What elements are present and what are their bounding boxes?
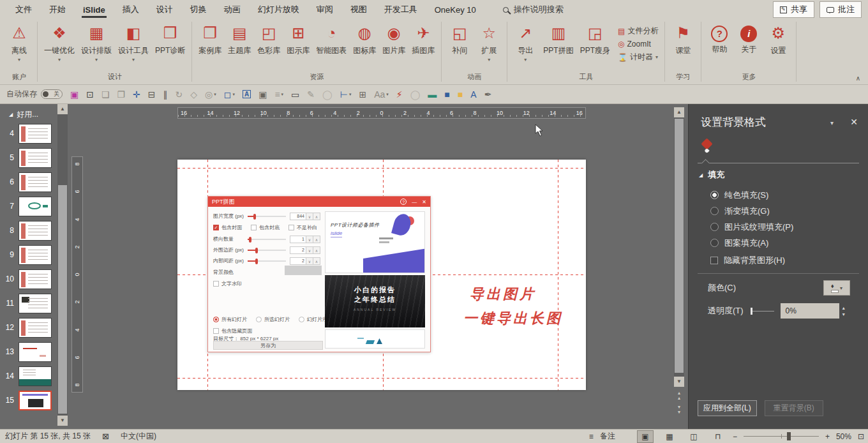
qat-highlight-green-icon[interactable]: ▬	[428, 89, 437, 100]
qat-line-spacing-icon[interactable]: ≡▾	[274, 89, 283, 100]
menu-tab-文件[interactable]: 文件	[15, 0, 32, 19]
menu-tab-设计[interactable]: 设计	[156, 0, 173, 19]
ribbon-button-图标库[interactable]: ◍图标库	[350, 22, 378, 57]
slide-thumbnail-8[interactable]	[19, 221, 52, 241]
ribbon-button-补间[interactable]: ◱补间	[445, 22, 474, 57]
canvas-scroll-thumb[interactable]	[675, 119, 684, 373]
qat-magic-wand-icon[interactable]: ⚡	[396, 89, 403, 100]
ribbon-button-设置[interactable]: ⚙设置	[764, 22, 792, 57]
comments-button[interactable]: 批注	[819, 1, 862, 18]
qat-align-center-icon[interactable]: ⊟	[148, 89, 156, 100]
menu-tab-OneKey 10[interactable]: OneKey 10	[435, 0, 476, 19]
ribbon-button-PPT瘦身[interactable]: ◲PPT瘦身	[578, 22, 613, 57]
qat-change-case-icon[interactable]: Aa▾	[374, 89, 389, 100]
ribbon-button-案例库[interactable]: ❐案例库	[196, 22, 224, 57]
spellcheck-icon[interactable]: ⊠	[102, 432, 109, 441]
fill-option-图片或纹理填充(P)[interactable]: 图片或纹理填充(P)	[710, 219, 793, 235]
menu-tab-切换[interactable]: 切换	[190, 0, 207, 19]
ribbon-button-扩展[interactable]: ☆扩展▾	[475, 22, 503, 64]
slide-sorter-view-button[interactable]: ▦	[661, 430, 678, 443]
menu-tab-幻灯片放映[interactable]: 幻灯片放映	[258, 0, 299, 19]
qat-fill-blue-icon[interactable]: ■	[444, 89, 449, 100]
fill-option-图案填充(A)[interactable]: 图案填充(A)	[710, 235, 793, 251]
qat-format-painter-icon[interactable]: ◇	[190, 89, 197, 100]
ribbon-button-PPT诊断[interactable]: ❒PPT诊断	[153, 22, 188, 57]
qat-align-objects-icon[interactable]: ⊢▾	[340, 89, 352, 100]
fill-option-渐变填充(G)[interactable]: 渐变填充(G)	[710, 203, 793, 219]
transparency-spinner[interactable]: ▲▼	[839, 303, 848, 319]
qat-shape-outline-icon[interactable]: ◯	[322, 89, 333, 100]
fill-section-header[interactable]: ◢ 填充	[699, 169, 724, 181]
thumbs-scroll-down[interactable]: ▼	[57, 416, 68, 426]
qat-save-icon[interactable]: ▣	[70, 89, 79, 100]
normal-view-button[interactable]: ▣	[637, 430, 654, 443]
zoom-out-button[interactable]: −	[733, 432, 737, 441]
slideshow-view-button[interactable]: ⊓	[710, 430, 726, 443]
menu-tab-开发工具[interactable]: 开发工具	[384, 0, 417, 19]
notes-button[interactable]: 备注	[600, 431, 615, 442]
qat-insert-picture-icon[interactable]: ▣	[258, 89, 267, 100]
menu-tab-插入[interactable]: 插入	[123, 0, 139, 19]
qat-insert-shape-icon[interactable]: ◻▾	[224, 89, 235, 100]
slide-thumbnail-12[interactable]	[19, 318, 52, 338]
qat-merge-shapes-icon[interactable]: ◎▾	[205, 89, 216, 100]
qat-fill-yellow-icon[interactable]: ■	[458, 89, 463, 100]
ribbon-button-主题库[interactable]: ▤主题库	[225, 22, 253, 57]
hide-background-checkbox[interactable]: 隐藏背景图形(H)	[710, 252, 785, 268]
slide-canvas[interactable]: PPT拼图 ? — ✕ 图片宽度 (px) 844 ∨ ∧ ✓包含封面包含封底不…	[177, 160, 586, 390]
ribbon-button-导出[interactable]: ↗导出▾	[511, 22, 539, 64]
zoom-slider[interactable]	[744, 436, 819, 437]
ribbon-button-ZoomIt[interactable]: ◎ZoomIt	[618, 40, 658, 49]
menu-tab-视图[interactable]: 视图	[350, 0, 367, 19]
slide-thumbnail-4[interactable]	[19, 124, 52, 144]
qat-distribute-icon[interactable]: ∥	[163, 89, 168, 100]
slide-thumbnail-7[interactable]	[19, 197, 52, 216]
slide-thumbnail-10[interactable]	[19, 269, 52, 289]
qat-rotate-icon[interactable]: ↻	[176, 89, 183, 100]
reading-view-button[interactable]: ◫	[685, 430, 702, 443]
red-annotation-text[interactable]: 导出图片 一键导出长图	[463, 282, 563, 331]
ribbon-button-设计排版[interactable]: ▦设计排版▾	[79, 22, 114, 64]
ppt-puzzle-dialog-image[interactable]: PPT拼图 ? — ✕ 图片宽度 (px) 844 ∨ ∧ ✓包含封面包含封底不…	[207, 196, 431, 352]
ribbon-button-一键优化[interactable]: ❖一键优化▾	[41, 22, 77, 64]
menu-tab-动画[interactable]: 动画	[224, 0, 241, 19]
qat-move-object-icon[interactable]: ✛	[133, 89, 140, 100]
ribbon-button-计时器[interactable]: ⌛计时器▾	[618, 52, 658, 63]
qat-text-box-icon[interactable]: A	[243, 90, 251, 98]
ribbon-button-课堂[interactable]: ⚑课堂	[669, 22, 697, 57]
ribbon-button-文件分析[interactable]: ▤文件分析	[618, 26, 658, 36]
ribbon-button-离线[interactable]: ⚠离线▾	[5, 22, 33, 64]
slide-thumbnail-6[interactable]	[19, 172, 52, 192]
qat-send-backward-icon[interactable]: ❐	[117, 89, 126, 100]
fill-option-纯色填充(S)[interactable]: 纯色填充(S)	[710, 187, 793, 203]
tell-me-search[interactable]: 操作说明搜索	[503, 4, 564, 15]
ribbon-button-PPT拼图[interactable]: ▥PPT拼图	[541, 22, 576, 57]
slide-thumbnail-5[interactable]	[19, 148, 52, 168]
qat-crop-icon[interactable]: ⊞	[359, 89, 366, 100]
ribbon-button-智能图表[interactable]: ◔智能图表	[313, 22, 349, 57]
qat-photo-album-icon[interactable]: ▭	[291, 89, 299, 100]
autosave-toggle[interactable]: 自动保存 关	[6, 89, 63, 100]
ribbon-button-插图库[interactable]: ✈插图库	[409, 22, 437, 57]
next-slide-button[interactable]: ▾▾	[674, 405, 684, 416]
canvas-scroll-up[interactable]: ▲	[674, 107, 684, 117]
menu-tab-开始[interactable]: 开始	[49, 0, 66, 19]
qat-shape-outline-2-icon[interactable]: ◯	[410, 89, 421, 100]
slide-thumbnail-14[interactable]	[19, 366, 52, 386]
ribbon-button-图示库[interactable]: ⊞图示库	[284, 22, 312, 57]
panel-menu-caret-icon[interactable]: ▾	[830, 119, 834, 126]
qat-font-color-icon[interactable]: A	[470, 89, 476, 100]
apply-to-all-button[interactable]: 应用到全部(L)	[698, 400, 757, 416]
slide-thumbnail-9[interactable]	[19, 245, 52, 265]
language-label[interactable]: 中文(中国)	[121, 431, 156, 442]
transparency-slider[interactable]	[751, 311, 774, 312]
share-button[interactable]: 共享	[773, 1, 814, 18]
color-picker-button[interactable]: ▾	[823, 280, 850, 296]
ribbon-button-关于[interactable]: i关于	[735, 22, 763, 56]
zoom-in-button[interactable]: +	[825, 432, 830, 441]
menu-tab-iSlide[interactable]: iSlide	[83, 0, 105, 19]
slide-thumbnail-15[interactable]	[19, 391, 52, 410]
qat-start-slideshow-icon[interactable]: ⊡	[86, 89, 94, 100]
thumbs-scroll-up[interactable]: ▲	[57, 104, 68, 114]
transparency-input[interactable]: 0%	[781, 303, 839, 319]
